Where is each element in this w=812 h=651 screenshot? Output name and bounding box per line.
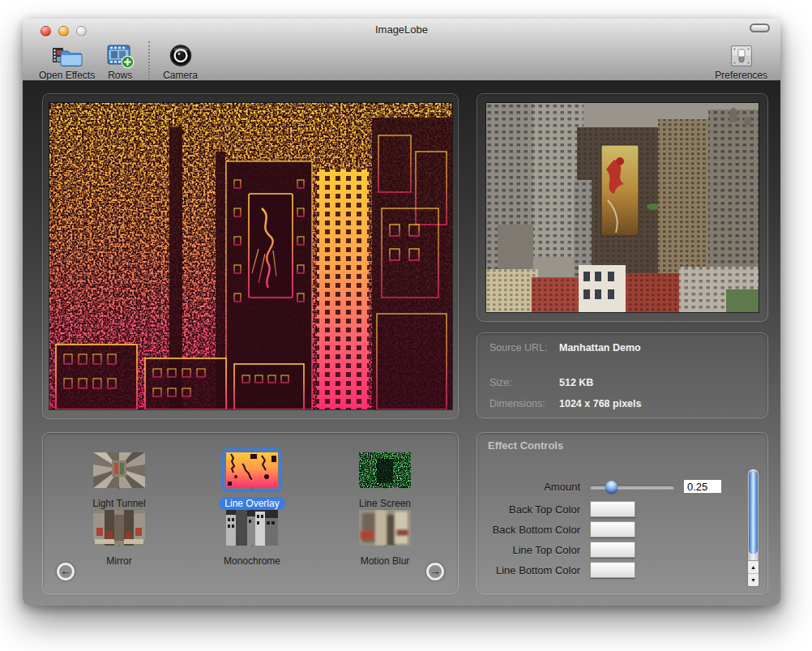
effect-thumb-frame bbox=[89, 506, 149, 550]
scroll-up-button[interactable]: ▲ bbox=[748, 561, 759, 574]
line-top-color-label: Line Top Color bbox=[477, 544, 590, 556]
rows-button[interactable]: Rows bbox=[105, 41, 135, 81]
window-chrome: ImageLobe Open Effects bbox=[23, 19, 780, 81]
amount-row: Amount bbox=[477, 478, 722, 495]
open-effects-button[interactable]: Open Effects bbox=[39, 41, 95, 81]
close-button[interactable] bbox=[41, 26, 51, 36]
effect-item-monochrome[interactable]: Monochrome bbox=[203, 506, 301, 567]
dimensions-value: 1024 x 768 pixels bbox=[559, 398, 641, 409]
back-bottom-color-well[interactable] bbox=[590, 521, 635, 538]
desktop: ImageLobe Open Effects bbox=[0, 0, 812, 651]
info-panel: Source URL: Manhattan Demo Size: 512 KB … bbox=[477, 332, 768, 418]
window-controls bbox=[41, 26, 87, 36]
source-panel bbox=[477, 93, 768, 322]
dimensions-label: Dimensions: bbox=[489, 398, 559, 409]
amount-input[interactable] bbox=[683, 479, 722, 494]
effect-item-line-overlay[interactable]: Line Overlay bbox=[203, 448, 301, 510]
line-bottom-color-label: Line Bottom Color bbox=[477, 564, 590, 576]
next-effects-page-button[interactable]: → bbox=[426, 563, 444, 580]
back-top-color-row: Back Top Color bbox=[477, 501, 635, 517]
effect-item-light-tunnel[interactable]: Light Tunnel bbox=[71, 448, 168, 510]
controls-scrollbar-buttons: ▲ ▼ bbox=[748, 560, 759, 586]
camera-button[interactable]: Camera bbox=[163, 41, 198, 81]
titlebar[interactable]: ImageLobe bbox=[23, 19, 780, 38]
info-row-size: Size: 512 KB bbox=[489, 377, 593, 388]
preferences-button[interactable]: Preferences bbox=[715, 41, 767, 81]
monochrome-thumbnail bbox=[226, 510, 278, 546]
info-row-dimensions: Dimensions: 1024 x 768 pixels bbox=[489, 398, 641, 409]
info-row-source-url: Source URL: Manhattan Demo bbox=[489, 342, 641, 353]
effect-thumb-frame bbox=[222, 506, 282, 550]
effect-controls-panel: Effect Controls Amount Back Top Color Ba… bbox=[477, 432, 768, 594]
effects-browser: Light Tunnel Lin bbox=[42, 432, 459, 594]
open-effects-label: Open Effects bbox=[39, 70, 95, 81]
content-area: Source URL: Manhattan Demo Size: 512 KB … bbox=[23, 81, 780, 606]
rows-label: Rows bbox=[108, 70, 132, 81]
effect-selection-frame bbox=[222, 448, 282, 492]
open-effects-folder-icon bbox=[51, 41, 83, 69]
app-window: ImageLobe Open Effects bbox=[23, 19, 780, 606]
camera-icon bbox=[167, 41, 194, 69]
back-top-color-well[interactable] bbox=[590, 501, 635, 517]
preferences-switch-icon bbox=[729, 41, 754, 69]
line-bottom-color-well[interactable] bbox=[590, 562, 635, 578]
controls-scrollbar-thumb[interactable] bbox=[749, 471, 758, 554]
effect-controls-title: Effect Controls bbox=[488, 439, 563, 452]
toolbar: Open Effects bbox=[23, 38, 780, 79]
line-screen-thumbnail bbox=[359, 452, 411, 488]
source-url-label: Source URL: bbox=[489, 342, 559, 353]
back-bottom-color-row: Back Bottom Color bbox=[477, 521, 635, 538]
back-top-color-label: Back Top Color bbox=[477, 503, 590, 516]
effect-label: Motion Blur bbox=[355, 555, 416, 567]
effect-item-line-screen[interactable]: Line Screen bbox=[336, 448, 434, 510]
rows-filmstrip-icon bbox=[105, 41, 135, 69]
scroll-down-button[interactable]: ▼ bbox=[748, 574, 759, 587]
line-bottom-color-row: Line Bottom Color bbox=[477, 562, 635, 578]
light-tunnel-thumbnail bbox=[93, 452, 145, 488]
amount-label: Amount bbox=[477, 481, 590, 493]
zoom-button[interactable] bbox=[76, 26, 87, 36]
effect-item-mirror[interactable]: Mirror bbox=[71, 506, 168, 567]
source-photo-art bbox=[486, 103, 759, 312]
line-overlay-art bbox=[49, 103, 452, 409]
size-value: 512 KB bbox=[559, 377, 593, 388]
line-overlay-thumbnail bbox=[226, 452, 278, 488]
size-label: Size: bbox=[489, 377, 559, 388]
previous-effects-page-button[interactable]: ← bbox=[57, 563, 75, 580]
motion-blur-thumbnail bbox=[359, 510, 411, 546]
amount-slider[interactable] bbox=[590, 485, 674, 489]
back-bottom-color-label: Back Bottom Color bbox=[477, 524, 590, 536]
preferences-label: Preferences bbox=[715, 70, 767, 81]
effect-item-motion-blur[interactable]: Motion Blur bbox=[336, 506, 434, 567]
effect-label: Monochrome bbox=[218, 555, 286, 567]
effect-thumb-frame bbox=[89, 448, 149, 492]
source-image-thumbnail[interactable] bbox=[486, 103, 759, 312]
minimize-button[interactable] bbox=[58, 26, 69, 36]
toolbar-separator bbox=[148, 41, 150, 79]
toolbar-toggle-button[interactable] bbox=[750, 24, 770, 32]
line-top-color-well[interactable] bbox=[590, 542, 635, 558]
line-top-color-row: Line Top Color bbox=[477, 542, 635, 558]
controls-scrollbar[interactable]: ▲ ▼ bbox=[747, 469, 759, 587]
source-url-value: Manhattan Demo bbox=[559, 342, 641, 353]
effect-thumb-frame bbox=[355, 506, 415, 550]
preview-panel bbox=[42, 93, 459, 419]
effect-label: Mirror bbox=[100, 555, 137, 567]
effect-thumb-frame bbox=[355, 448, 415, 492]
mirror-thumbnail bbox=[93, 510, 145, 546]
camera-label: Camera bbox=[163, 70, 198, 81]
amount-slider-knob[interactable] bbox=[605, 481, 618, 493]
window-title: ImageLobe bbox=[23, 19, 780, 41]
processed-image-preview[interactable] bbox=[49, 103, 452, 409]
